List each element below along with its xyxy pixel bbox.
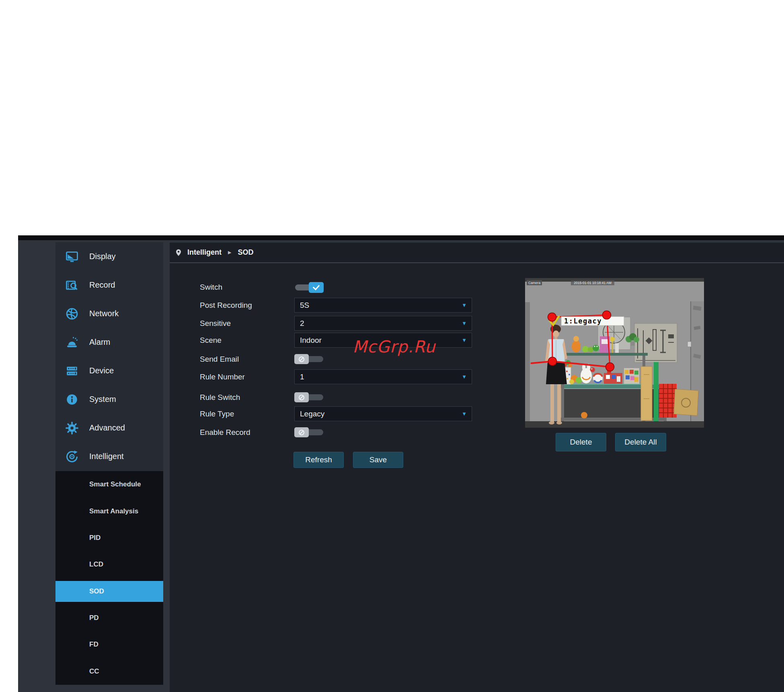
form-row-switch: Switch <box>200 282 324 293</box>
toggle-off-icon <box>299 356 304 362</box>
field-label: Rule Type <box>200 410 294 418</box>
submenu-item-smart-schedule[interactable]: Smart Schedule <box>55 471 163 498</box>
dropdown-arrow-icon: ▼ <box>462 411 467 417</box>
sidebar-item-label: Network <box>89 309 119 318</box>
toggle-off-icon <box>299 430 304 435</box>
camera-osd-timestamp: 2015-01-01 10:18:41 AM <box>574 281 612 285</box>
form-row-enable-record: Enable Record <box>200 427 324 437</box>
alarm-icon <box>65 336 79 349</box>
submenu-item-fd[interactable]: FD <box>55 631 163 658</box>
sensitive-select[interactable]: 2 ▼ <box>294 316 472 331</box>
sidebar-submenu: Smart Schedule Smart Analysis PID LCD SO… <box>55 471 163 685</box>
field-label: Post Recording <box>200 301 294 310</box>
sidebar-item-network[interactable]: Network <box>55 299 163 328</box>
sidebar: Display Record Network Alarm Device <box>55 242 163 685</box>
content-area: Switch Post Recording 5S ▼ Sensitive 2 ▼… <box>170 263 784 692</box>
sidebar-item-label: Alarm <box>89 338 110 347</box>
field-label: Send Email <box>200 355 294 364</box>
toggle-knob <box>294 354 309 364</box>
field-label: Rule Number <box>200 373 294 381</box>
dropdown-arrow-icon: ▼ <box>462 374 467 380</box>
submenu-item-pid[interactable]: PID <box>55 525 163 551</box>
form-row-rule-number: Rule Number 1 ▼ <box>200 369 472 384</box>
dropdown-arrow-icon: ▼ <box>462 302 467 308</box>
breadcrumb-page: SOD <box>238 248 253 257</box>
watermark: McGrp.Ru <box>353 337 435 356</box>
camera-osd-label: Camera <box>528 281 541 285</box>
network-icon <box>65 307 79 321</box>
breadcrumb-arrow-icon: ▶ <box>228 250 231 255</box>
rule-label: 1:Legacy <box>564 317 602 325</box>
rule-handle <box>606 363 614 371</box>
poster-tools-sketch <box>634 323 677 362</box>
intelligent-icon <box>65 450 79 463</box>
form-row-send-email: Send Email <box>200 354 324 364</box>
form-row-sensitive: Sensitive 2 ▼ <box>200 316 472 331</box>
display-icon <box>65 250 79 264</box>
sidebar-item-alarm[interactable]: Alarm <box>55 328 163 356</box>
record-icon <box>65 278 79 292</box>
window-top-strip <box>18 235 784 240</box>
refresh-button[interactable]: Refresh <box>293 452 344 468</box>
submenu-item-smart-analysis[interactable]: Smart Analysis <box>55 498 163 524</box>
sidebar-item-record[interactable]: Record <box>55 271 163 299</box>
breadcrumb-section[interactable]: Intelligent <box>187 248 222 257</box>
rule-handle <box>548 357 557 366</box>
toggle-check-icon <box>313 283 320 290</box>
toggle-knob <box>309 282 324 293</box>
field-label: Switch <box>200 283 294 292</box>
submenu-item-lcd[interactable]: LCD <box>55 551 163 578</box>
delete-all-button[interactable]: Delete All <box>615 433 666 451</box>
rule-switch-toggle[interactable] <box>294 392 324 402</box>
post-recording-select[interactable]: 5S ▼ <box>294 298 472 313</box>
switch-toggle[interactable] <box>294 282 324 293</box>
sidebar-item-label: System <box>89 395 116 404</box>
sidebar-item-label: Display <box>89 252 116 261</box>
system-icon <box>65 393 79 406</box>
form-row-post-recording: Post Recording 5S ▼ <box>200 298 472 313</box>
sidebar-item-system[interactable]: System <box>55 385 163 414</box>
app-window: Display Record Network Alarm Device <box>18 235 784 692</box>
camera-scene: 1:Legacy Camera 2015-01-01 10:18:41 AM <box>525 278 704 428</box>
sidebar-item-intelligent[interactable]: Intelligent <box>55 442 163 471</box>
submenu-item-cc[interactable]: CC <box>55 658 163 685</box>
sidebar-item-display[interactable]: Display <box>55 242 163 271</box>
submenu-item-sod[interactable]: SOD <box>55 578 163 604</box>
dropdown-arrow-icon: ▼ <box>462 337 467 343</box>
save-button[interactable]: Save <box>353 452 403 468</box>
rule-handle <box>603 311 611 319</box>
sidebar-item-label: Advanced <box>89 423 125 432</box>
field-label: Enable Record <box>200 428 294 437</box>
sidebar-item-label: Record <box>89 280 115 290</box>
rule-handle <box>548 313 556 321</box>
form-row-rule-switch: Rule Switch <box>200 392 324 402</box>
form-row-rule-type: Rule Type Legacy ▼ <box>200 406 472 421</box>
sidebar-item-label: Intelligent <box>89 452 124 461</box>
send-email-toggle[interactable] <box>294 354 324 364</box>
sidebar-item-device[interactable]: Device <box>55 356 163 385</box>
breadcrumb: Intelligent ▶ SOD <box>170 243 784 263</box>
sidebar-item-label: Device <box>89 366 114 375</box>
location-pin-icon <box>176 249 181 256</box>
rule-type-select[interactable]: Legacy ▼ <box>294 406 472 421</box>
dropdown-arrow-icon: ▼ <box>462 320 467 326</box>
toggle-knob <box>294 392 309 402</box>
sidebar-item-advanced[interactable]: Advanced <box>55 414 163 442</box>
field-label: Rule Switch <box>200 393 294 402</box>
camera-preview[interactable]: 1:Legacy Camera 2015-01-01 10:18:41 AM <box>525 278 704 428</box>
field-label: Scene <box>200 336 294 345</box>
submenu-item-pd[interactable]: PD <box>55 605 163 631</box>
field-label: Sensitive <box>200 319 294 328</box>
enable-record-toggle[interactable] <box>294 427 324 437</box>
page: { "breadcrumb": { "section": "Intelligen… <box>0 0 784 692</box>
advanced-icon <box>65 421 79 435</box>
rule-number-select[interactable]: 1 ▼ <box>294 369 472 384</box>
toggle-knob <box>294 427 309 437</box>
toggle-off-icon <box>299 395 304 400</box>
device-icon <box>65 364 79 378</box>
delete-button[interactable]: Delete <box>556 433 606 451</box>
